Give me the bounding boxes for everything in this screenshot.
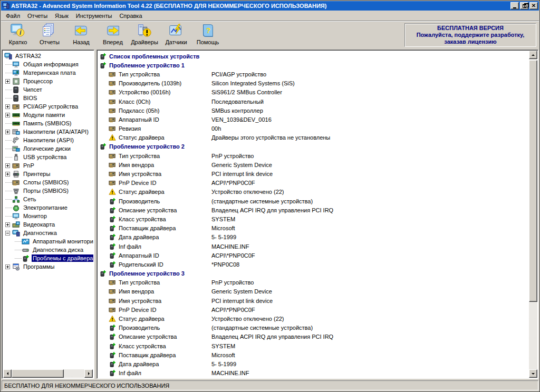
- tree-item-label: Видеокарта: [22, 221, 56, 228]
- computer-icon: [4, 52, 12, 60]
- tree-item-диагностика[interactable]: Диагностика: [3, 229, 93, 237]
- expand-toggle[interactable]: [5, 172, 10, 177]
- scroll-up-button[interactable]: [529, 51, 537, 59]
- tree-item-модули-памяти[interactable]: Модули памяти: [3, 111, 93, 119]
- property-value: Silicon Integrated Systems (SiS): [211, 80, 295, 86]
- tree-item-общая-информация[interactable]: Общая информация: [3, 60, 93, 68]
- expand-toggle[interactable]: [5, 264, 10, 269]
- tree-item-диагностика-диска[interactable]: Диагностика диска: [3, 246, 93, 254]
- tree-horizontal-scrollbar[interactable]: [3, 369, 93, 378]
- ram-icon: [12, 111, 20, 119]
- property-label: Имя устройства: [119, 171, 211, 177]
- toolbar-buttons: iКраткоОтчетыНазадВпередДрайверыДатчики?…: [2, 23, 224, 48]
- tree-item-usb-устройства[interactable]: USB устройства: [3, 153, 93, 161]
- tree-item-принтеры[interactable]: Принтеры: [3, 170, 93, 178]
- menu-item-2[interactable]: Отчеты: [24, 12, 51, 20]
- tree-item-pci-agp-устройства[interactable]: PCI/AGP устройства: [3, 102, 93, 111]
- tree-item-видеокарта[interactable]: Видеокарта: [3, 220, 93, 229]
- content-vertical-scrollbar[interactable]: [529, 51, 537, 378]
- tree-item-накопители-aspi-[interactable]: Накопители (ASPI): [3, 136, 93, 144]
- printer-icon: [12, 170, 20, 178]
- sensors-button[interactable]: Датчики: [160, 23, 192, 48]
- tree-connector: [5, 123, 12, 124]
- property-row: Имя устройстваPCI interrupt link device: [99, 296, 529, 305]
- property-row: Имя вендораGeneric System Device: [99, 287, 529, 296]
- tree-scroll-track[interactable]: [12, 369, 84, 378]
- section-header: Проблемное устройство 1: [99, 61, 529, 70]
- content-scroll-thumb[interactable]: [529, 60, 537, 302]
- menu-item-3[interactable]: Язык: [51, 12, 72, 20]
- forward-button[interactable]: Вперед: [97, 23, 129, 48]
- menu-item-1[interactable]: Файл: [2, 12, 24, 20]
- tree-item-порты-smbios-[interactable]: Порты (SMBIOS): [3, 187, 93, 195]
- ram-icon: [12, 120, 20, 128]
- tree-item-pnp[interactable]: PnP: [3, 161, 93, 170]
- expand-toggle[interactable]: [5, 222, 10, 227]
- property-row: Производитель(стандартные системные устр…: [99, 324, 529, 332]
- back-button[interactable]: Назад: [65, 23, 97, 48]
- tree-item-чипсет[interactable]: Чипсет: [3, 85, 93, 94]
- tree-item-аппаратный-мониторинг[interactable]: Аппаратный мониторинг: [3, 237, 93, 246]
- tree-connector: [5, 191, 12, 191]
- device-problem-icon: [109, 261, 116, 268]
- property-row: Дата драйвера5- 5-1999: [99, 359, 529, 368]
- close-button[interactable]: ✕: [529, 2, 538, 9]
- tree-item-монитор[interactable]: Монитор: [3, 212, 93, 220]
- tree-item-процессор[interactable]: Процессор: [3, 77, 93, 85]
- port-icon: [12, 187, 20, 195]
- property-row: Статус драйвераУстройство отключено (22): [99, 314, 529, 323]
- property-row: Аппаратный IDVEN_1039&DEV_0016: [99, 115, 529, 124]
- content-scroll-track[interactable]: [529, 59, 537, 369]
- tree-item-label: Накопители (ATA/ATAPI): [22, 128, 90, 135]
- device-info-panel: Список проблемных устройствПроблемное ус…: [97, 50, 538, 379]
- expand-toggle[interactable]: [5, 113, 10, 117]
- tree-item-логические-диски[interactable]: Логические диски: [3, 144, 93, 153]
- expand-toggle[interactable]: [5, 163, 10, 168]
- restore-button[interactable]: [520, 2, 528, 9]
- expand-toggle[interactable]: [5, 130, 10, 134]
- tree-item-память-smbios-[interactable]: Память (SMBIOS): [3, 119, 93, 128]
- pci-card-icon: [12, 179, 20, 187]
- property-value: ACPI\*PNP0C0F: [211, 252, 255, 259]
- free-version-banner: БЕСПЛАТНАЯ ВЕРСИЯ Пожалуйста, поддержите…: [404, 23, 536, 47]
- tree-item-материнская-плата[interactable]: Материнская плата: [3, 68, 93, 77]
- driver-problems-icon: [22, 254, 30, 262]
- device-problem-icon: [109, 252, 116, 259]
- tree-item-label: Сеть: [22, 195, 37, 203]
- device-problem-icon: [109, 198, 116, 205]
- expand-toggle[interactable]: [5, 104, 10, 109]
- collapse-toggle[interactable]: [5, 231, 10, 236]
- tree-scroll-thumb[interactable]: [12, 369, 64, 378]
- tree-item-электропитание[interactable]: Электропитание: [3, 203, 93, 212]
- summary-button[interactable]: iКратко: [2, 23, 34, 48]
- device-problem-icon: [109, 215, 116, 223]
- scroll-right-button[interactable]: [84, 369, 93, 378]
- tree-item-проблемы-с-драйверами[interactable]: Проблемы с драйверами: [3, 254, 93, 262]
- menu-item-4[interactable]: Инструменты: [72, 12, 116, 20]
- app-icon: [2, 2, 9, 9]
- drivers-button[interactable]: Драйверы: [129, 23, 160, 48]
- property-label: Класс (0Ch): [119, 99, 211, 105]
- tree-item-накопители-ata-atapi-[interactable]: Накопители (ATA/ATAPI): [3, 128, 93, 136]
- tree-connector: [15, 241, 22, 242]
- minimize-button[interactable]: [510, 2, 519, 9]
- menu-item-5[interactable]: Справка: [115, 12, 146, 20]
- tree-item-bios[interactable]: BIOS: [3, 94, 93, 102]
- pci-card-icon: [12, 162, 20, 170]
- property-value: Владелец ACPI IRQ для управления PCI IRQ: [211, 334, 333, 340]
- tree-item-сеть[interactable]: Сеть: [3, 195, 93, 203]
- reports-button[interactable]: Отчеты: [34, 23, 65, 48]
- summary-icon: i: [10, 23, 26, 38]
- restore-icon: [523, 4, 526, 8]
- tree-item-label: Слоты (SMBIOS): [22, 179, 70, 186]
- tree-item-astra32[interactable]: ASTRA32: [3, 52, 93, 60]
- expand-toggle[interactable]: [5, 79, 10, 84]
- scroll-down-button[interactable]: [529, 369, 537, 378]
- tree-item-программы[interactable]: Программы: [3, 262, 93, 271]
- help-button[interactable]: ?Помощь: [192, 23, 224, 48]
- warning-icon: [109, 134, 116, 141]
- tree-item-слоты-smbios-[interactable]: Слоты (SMBIOS): [3, 178, 93, 187]
- property-label: Описание устройства: [119, 207, 211, 213]
- scroll-left-button[interactable]: [3, 369, 12, 378]
- property-row: Класс устройстваSYSTEM: [99, 214, 529, 223]
